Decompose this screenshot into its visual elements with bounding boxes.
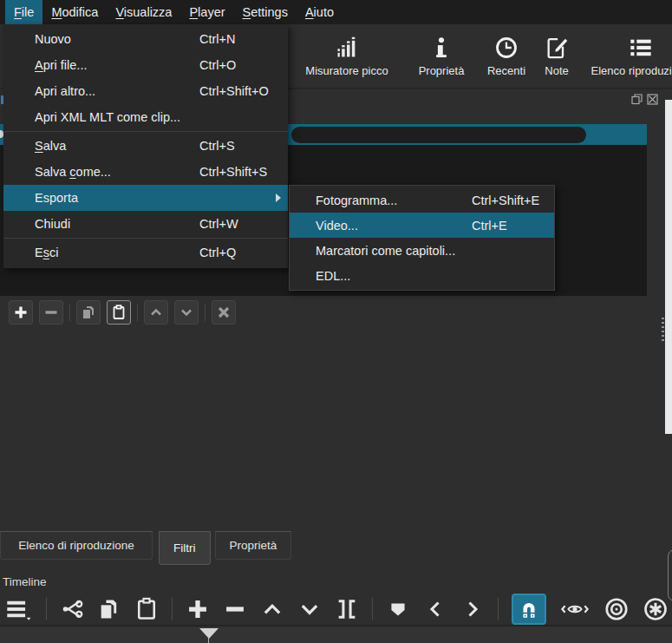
timeline-menu-button[interactable] <box>3 597 33 621</box>
chevron-down-icon <box>179 305 194 320</box>
marker-button[interactable] <box>386 597 410 621</box>
toolbar-label: Elenco riproduzione <box>591 64 672 77</box>
submenu-item-video[interactable]: Video... Ctrl+E <box>290 213 554 238</box>
menu-help[interactable]: Aiuto <box>297 0 343 24</box>
toolbar-button-playlist[interactable]: Elenco riproduzione <box>580 24 672 88</box>
tab-playlist[interactable]: Elenco di riproduzione <box>0 531 153 560</box>
deselect-icon <box>216 305 232 320</box>
float-panel-button[interactable] <box>630 93 643 105</box>
toolbar-button-peak-meter[interactable]: Misuratore picco <box>290 24 403 88</box>
deselect-filter-button[interactable] <box>212 300 236 325</box>
menu-item-new[interactable]: Nuovo Ctrl+N <box>3 26 288 52</box>
marker-icon <box>387 598 409 620</box>
menu-settings[interactable]: Settings <box>234 0 297 24</box>
append-button[interactable] <box>186 597 210 621</box>
paste-button[interactable] <box>134 597 159 621</box>
peak-meter-icon <box>335 36 359 60</box>
shortcut: Ctrl+Shift+E <box>472 194 539 207</box>
tab-filters[interactable]: Filtri <box>159 531 211 565</box>
ripple-all-tracks-button[interactable] <box>643 597 669 621</box>
prev-marker-button[interactable] <box>423 597 447 621</box>
menu-item-open-other[interactable]: Apri altro... Ctrl+Shift+O <box>3 78 288 104</box>
magnet-icon <box>518 598 540 620</box>
bottom-tab-bar: Elenco di riproduzione Filtri Proprietà <box>0 531 364 565</box>
lift-button[interactable] <box>260 597 284 621</box>
move-filter-up-button[interactable] <box>144 300 168 325</box>
menu-bar: File Modifica Visualizza Player Settings… <box>0 0 672 24</box>
menu-item-save-as[interactable]: Salva come... Ctrl+Shift+S <box>3 159 288 185</box>
export-submenu: Fotogramma... Ctrl+Shift+E Video... Ctrl… <box>289 185 555 291</box>
float-icon <box>631 94 643 105</box>
submenu-item-frame[interactable]: Fotogramma... Ctrl+Shift+E <box>290 187 554 213</box>
toolbar-separator <box>372 598 373 620</box>
menu-edit[interactable]: Modifica <box>42 0 107 24</box>
playhead-stem <box>208 638 209 643</box>
menu-item-open-mlt-clip[interactable]: Apri XML MLT come clip... <box>3 104 288 130</box>
shortcut: Ctrl+S <box>199 139 235 153</box>
move-filter-down-button[interactable] <box>174 300 199 325</box>
paste-filters-button[interactable] <box>107 300 131 325</box>
remove-filter-button[interactable] <box>39 300 63 325</box>
toolbar-label: Note <box>545 64 568 77</box>
close-panel-button[interactable] <box>646 93 658 105</box>
chevron-down-icon <box>298 598 321 620</box>
ripple-button[interactable] <box>603 597 630 621</box>
toolbar-separator <box>137 304 138 321</box>
menu-item-save[interactable]: Salva Ctrl+S <box>3 133 288 159</box>
snap-toggle-button[interactable] <box>512 594 546 625</box>
tab-label: Filtri <box>173 541 196 554</box>
menu-view[interactable]: Visualizza <box>107 0 180 24</box>
submenu-item-edl[interactable]: EDL... <box>290 263 554 288</box>
toolbar-button-notes[interactable]: Note <box>537 24 577 88</box>
ripple-all-icon <box>643 596 669 622</box>
toolbar-separator <box>172 598 173 620</box>
menu-player[interactable]: Player <box>180 0 233 24</box>
timeline-ruler[interactable] <box>0 625 672 643</box>
overwrite-button[interactable] <box>297 597 322 621</box>
split-button[interactable] <box>335 597 359 621</box>
minus-icon <box>43 305 59 320</box>
menu-item-close[interactable]: Chiudi Ctrl+W <box>3 211 288 237</box>
append-icon <box>186 597 210 621</box>
cut-button[interactable] <box>60 597 84 621</box>
ripple-icon <box>603 596 630 622</box>
note-icon <box>545 36 569 60</box>
clock-icon <box>494 36 519 60</box>
toolbar-label: Misuratore picco <box>305 64 388 77</box>
shortcut: Ctrl+N <box>199 32 236 46</box>
redacted-filter-name <box>291 127 586 143</box>
ripple-delete-icon <box>223 597 247 621</box>
next-marker-button[interactable] <box>460 597 485 621</box>
shortcut: Ctrl+Q <box>199 246 236 259</box>
toolbar-button-properties[interactable]: Proprietà <box>407 24 476 88</box>
toolbar-separator <box>205 304 206 321</box>
submenu-arrow-icon <box>276 194 281 202</box>
toolbar-button-recent[interactable]: Recenti <box>480 24 533 88</box>
toolbar-separator <box>46 598 47 620</box>
splitter-grip[interactable] <box>662 318 664 344</box>
shortcut: Ctrl+Shift+O <box>199 84 269 98</box>
copy-filters-button[interactable] <box>76 300 101 325</box>
info-icon <box>429 36 453 60</box>
scrub-while-dragging-button[interactable] <box>559 597 590 621</box>
menu-item-export[interactable]: Esporta <box>3 185 288 211</box>
menu-item-quit[interactable]: Esci Ctrl+Q <box>3 239 288 266</box>
copy-icon <box>81 305 96 320</box>
paste-icon <box>111 305 127 320</box>
playhead-icon[interactable] <box>199 628 219 639</box>
close-icon <box>647 94 658 105</box>
cut-icon <box>60 597 84 621</box>
shortcut: Ctrl+Shift+S <box>199 165 267 179</box>
tab-properties[interactable]: Proprietà <box>215 531 292 560</box>
add-filter-button[interactable] <box>9 300 33 325</box>
chevron-right-icon <box>462 599 483 620</box>
paste-icon <box>134 597 159 621</box>
menu-item-open-file[interactable]: Apri file... Ctrl+O <box>3 52 288 78</box>
chevron-up-icon <box>148 305 164 320</box>
submenu-item-markers-as-chapters[interactable]: Marcatori come capitoli... <box>290 238 554 263</box>
timeline-panel-title: Timeline <box>3 575 47 588</box>
copy-button[interactable] <box>97 597 121 621</box>
ripple-delete-button[interactable] <box>223 597 247 621</box>
menu-file[interactable]: File <box>5 0 42 24</box>
shortcut: Ctrl+O <box>199 58 236 72</box>
